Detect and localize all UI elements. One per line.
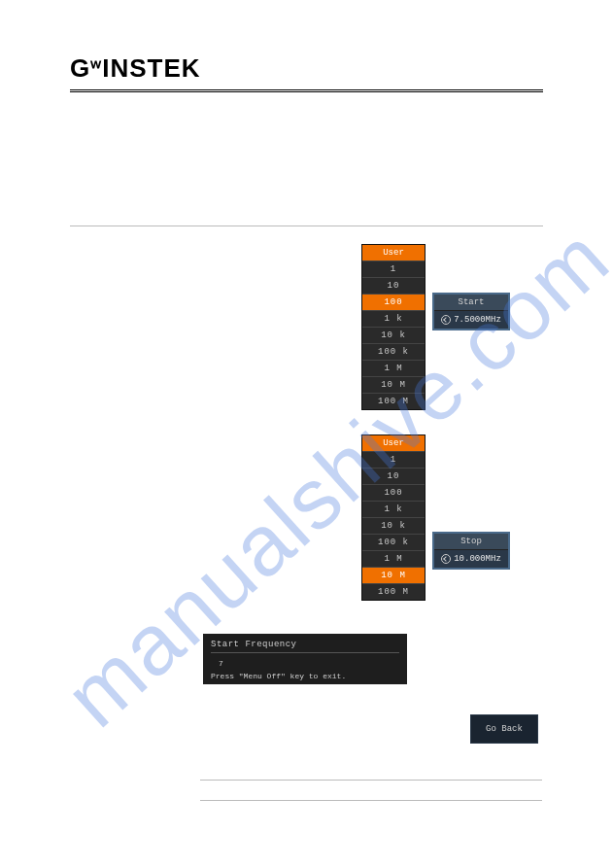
stop-label: Stop	[434, 534, 508, 550]
header-divider	[70, 89, 543, 93]
refresh-icon	[441, 554, 451, 564]
go-back-button[interactable]: Go Back	[470, 714, 538, 744]
menu-item[interactable]: 10	[362, 468, 425, 484]
user-menu-stop[interactable]: User 1 10 100 1 k 10 k 100 k 1 M 10 M 10…	[361, 434, 426, 601]
start-label: Start	[434, 295, 508, 311]
dialog-value: 7	[211, 657, 399, 670]
refresh-icon	[441, 315, 451, 325]
go-back-label: Go Back	[486, 724, 523, 734]
start-frequency-value: 7.5000MHz	[454, 315, 501, 325]
menu-item[interactable]: 1 M	[362, 360, 425, 376]
menu-item-selected[interactable]: 100	[362, 294, 425, 310]
menu-item[interactable]: 10 k	[362, 517, 425, 534]
dialog-hint: Press "Menu Off" key to exit.	[211, 670, 399, 680]
section-divider	[70, 226, 543, 226]
brand-logo: GᵂINSTEK	[70, 53, 543, 84]
menu-item[interactable]: 100 M	[362, 393, 425, 409]
dialog-title: Start Frequency	[211, 640, 399, 653]
menu-item[interactable]: 1 k	[362, 310, 425, 327]
menu-item[interactable]: 10	[362, 277, 425, 294]
menu-item[interactable]: 1	[362, 260, 425, 277]
menu-item[interactable]: 1	[362, 451, 425, 468]
menu-header: User	[362, 245, 425, 260]
stop-frequency-value: 10.000MHz	[454, 554, 501, 564]
footer-dividers	[200, 760, 542, 801]
menu-item-selected[interactable]: 10 M	[362, 567, 425, 583]
start-frequency-dialog: Start Frequency 7 Press "Menu Off" key t…	[203, 634, 407, 684]
start-value-box: Start 7.5000MHz	[432, 293, 510, 330]
menu-item[interactable]: 10 M	[362, 376, 425, 393]
menu-item[interactable]: 100 k	[362, 534, 425, 550]
menu-item[interactable]: 100	[362, 484, 425, 501]
menu-item[interactable]: 1 M	[362, 550, 425, 567]
menu-header: User	[362, 435, 425, 451]
menu-item[interactable]: 100 M	[362, 583, 425, 600]
stop-value-box: Stop 10.000MHz	[432, 532, 510, 570]
menu-item[interactable]: 1 k	[362, 501, 425, 517]
user-menu-start[interactable]: User 1 10 100 1 k 10 k 100 k 1 M 10 M 10…	[361, 244, 426, 410]
menu-item[interactable]: 100 k	[362, 343, 425, 360]
menu-item[interactable]: 10 k	[362, 327, 425, 343]
